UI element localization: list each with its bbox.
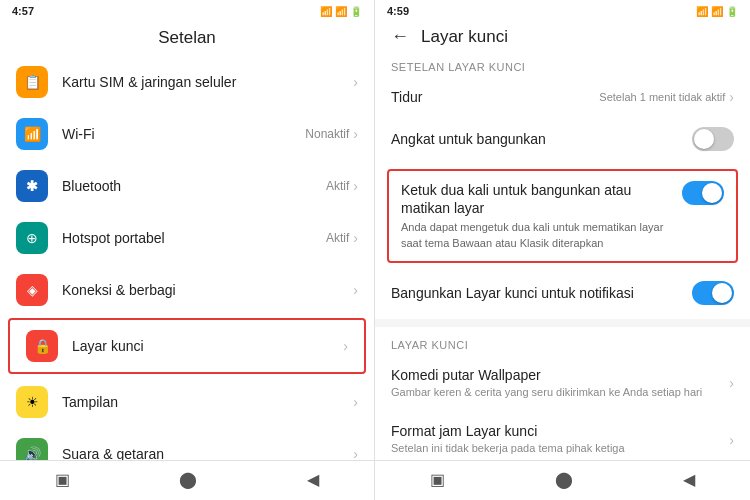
list-item-tampilan[interactable]: ☀ Tampilan › [0,376,374,428]
suara-label: Suara & getaran [62,446,353,460]
angkat-toggle[interactable] [692,127,734,151]
right-header: ← Layar kunci [375,22,750,53]
right-signal-icon: 📶 [711,6,723,17]
list-item-kartu-sim[interactable]: 📋 Kartu SIM & jaringan seluler › [0,56,374,108]
settings-list: 📋 Kartu SIM & jaringan seluler › 📶 Wi-Fi… [0,56,374,460]
layar-kunci-chevron: › [343,338,348,354]
format-item[interactable]: Format jam Layar kunci Setelan ini tidak… [375,411,750,460]
bangunkan-toggle[interactable] [692,281,734,305]
nav-square-right[interactable]: ▣ [430,470,445,489]
bangunkan-label: Bangunkan Layar kunci untuk notifikasi [391,284,634,302]
koneksi-label: Koneksi & berbagi [62,282,353,298]
koneksi-chevron: › [353,282,358,298]
left-status-bar: 4:57 📶 📶 🔋 [0,0,374,22]
list-item-hotspot[interactable]: ⊕ Hotspot portabel Aktif › [0,212,374,264]
battery-icon: 🔋 [350,6,362,17]
nav-circle-left[interactable]: ⬤ [179,470,197,489]
right-settings-list: SETELAN LAYAR KUNCI Tidur Setelah 1 meni… [375,53,750,460]
double-tap-desc: Anda dapat mengetuk dua kali untuk memat… [401,220,674,251]
left-status-icons: 📶 📶 🔋 [320,6,362,17]
kartu-sim-icon: 📋 [16,66,48,98]
format-desc: Setelan ini tidak bekerja pada tema piha… [391,441,729,455]
komedi-title: Komedi putar Wallpaper [391,367,729,383]
tampilan-label: Tampilan [62,394,353,410]
wifi-icon-wrap: 📶 [16,118,48,150]
section-label-2: LAYAR KUNCI [375,331,750,355]
angkat-row: Angkat untuk bangunkan [375,117,750,161]
double-tap-toggle-knob [702,183,722,203]
list-item-bluetooth[interactable]: ✱ Bluetooth Aktif › [0,160,374,212]
left-header-title: Setelan [0,22,374,56]
right-nav-bar: ▣ ⬤ ◀ [375,460,750,500]
suara-chevron: › [353,446,358,460]
right-status-icons: 📶 📶 🔋 [696,6,738,17]
tampilan-chevron: › [353,394,358,410]
angkat-label: Angkat untuk bangunkan [391,131,546,147]
right-title: Layar kunci [421,27,508,47]
angkat-toggle-knob [694,129,714,149]
nav-circle-right[interactable]: ⬤ [555,470,573,489]
signal-icon: 📶 [335,6,347,17]
wifi-chevron: › [353,126,358,142]
hotspot-icon-wrap: ⊕ [16,222,48,254]
bangunkan-toggle-knob [712,283,732,303]
tidur-item[interactable]: Tidur Setelah 1 menit tidak aktif › [375,77,750,117]
kartu-sim-label: Kartu SIM & jaringan seluler [62,74,353,90]
komedi-item[interactable]: Komedi putar Wallpaper Gambar keren & ce… [375,355,750,411]
nav-back-right[interactable]: ◀ [683,470,695,489]
suara-icon-wrap: 🔊 [16,438,48,460]
nav-back-left[interactable]: ◀ [307,470,319,489]
wifi-label: Wi-Fi [62,126,305,142]
layar-kunci-icon-wrap: 🔒 [26,330,58,362]
section-divider [375,319,750,327]
tidur-value: Setelah 1 menit tidak aktif [599,91,725,103]
left-time: 4:57 [12,5,34,17]
list-item-suara[interactable]: 🔊 Suara & getaran › [0,428,374,460]
kartu-sim-chevron: › [353,74,358,90]
hotspot-value: Aktif [326,231,349,245]
komedi-chevron: › [729,375,734,391]
back-button[interactable]: ← [391,26,409,47]
left-panel: 4:57 📶 📶 🔋 Setelan 📋 Kartu SIM & jaringa… [0,0,375,500]
bluetooth-value: Aktif [326,179,349,193]
tampilan-icon-wrap: ☀ [16,386,48,418]
section-label-1: SETELAN LAYAR KUNCI [375,53,750,77]
bluetooth-icon-wrap: ✱ [16,170,48,202]
list-item-wifi[interactable]: 📶 Wi-Fi Nonaktif › [0,108,374,160]
wifi-value: Nonaktif [305,127,349,141]
format-title: Format jam Layar kunci [391,423,729,439]
hotspot-label: Hotspot portabel [62,230,326,246]
bluetooth-chevron: › [353,178,358,194]
bluetooth-label: Bluetooth [62,178,326,194]
format-chevron: › [729,432,734,448]
list-item-koneksi[interactable]: ◈ Koneksi & berbagi › [0,264,374,316]
layar-kunci-label: Layar kunci [72,338,343,354]
komedi-desc: Gambar keren & cerita yang seru dikirimk… [391,385,729,399]
right-time: 4:59 [387,5,409,17]
wifi-icon: 📶 [320,6,332,17]
right-panel: 4:59 📶 📶 🔋 ← Layar kunci SETELAN LAYAR K… [375,0,750,500]
list-item-layar-kunci[interactable]: 🔒 Layar kunci › [8,318,366,374]
right-status-bar: 4:59 📶 📶 🔋 [375,0,750,22]
nav-square-left[interactable]: ▣ [55,470,70,489]
left-nav-bar: ▣ ⬤ ◀ [0,460,374,500]
bangunkan-row: Bangunkan Layar kunci untuk notifikasi [375,271,750,315]
koneksi-icon-wrap: ◈ [16,274,48,306]
hotspot-chevron: › [353,230,358,246]
right-battery-icon: 🔋 [726,6,738,17]
tidur-label: Tidur [391,89,599,105]
double-tap-title: Ketuk dua kali untuk bangunkan atau mati… [401,181,674,217]
tidur-chevron: › [729,89,734,105]
right-wifi-icon: 📶 [696,6,708,17]
double-tap-toggle[interactable] [682,181,724,205]
double-tap-section[interactable]: Ketuk dua kali untuk bangunkan atau mati… [387,169,738,263]
